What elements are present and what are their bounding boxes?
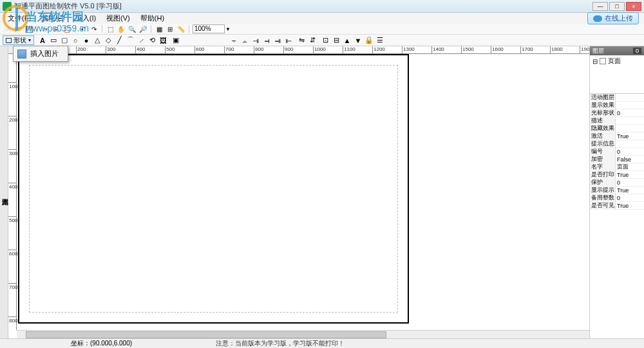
align-bottom[interactable]: ⫦ <box>284 36 293 45</box>
zoom-in-button[interactable]: 🔍 <box>128 24 137 33</box>
arc-tool[interactable]: ⌒ <box>126 36 135 45</box>
shape-dropdown[interactable]: 形状 ▾ <box>3 35 34 45</box>
tree-node-label: 页面 <box>608 57 621 66</box>
grid-button[interactable]: ▦ <box>155 24 164 33</box>
image-tool[interactable]: 🖼 <box>158 36 167 45</box>
property-value[interactable]: 0 <box>616 149 644 155</box>
app-icon <box>3 2 12 11</box>
zoom-out-button[interactable]: 🔎 <box>138 24 147 33</box>
menu-file[interactable]: 文件(F) <box>3 14 36 23</box>
minimize-button[interactable]: — <box>592 2 608 11</box>
ruler-tick: 400 <box>135 46 145 54</box>
property-value[interactable]: 0 <box>616 179 644 186</box>
property-grid[interactable]: 活动图层显示效果光标形状0描述隐藏效果激活True提示信息编号0加密False名… <box>590 94 644 338</box>
text-tool[interactable]: A <box>38 36 47 45</box>
warning-text: 注意：当前版本为学习版，学习版不能打印！ <box>145 339 345 348</box>
cloud-icon <box>593 15 602 22</box>
open-button[interactable]: 📂 <box>14 24 23 33</box>
ruler-tick: 600 <box>194 46 204 54</box>
cloud-upload-button[interactable]: 在线上传 <box>587 12 639 24</box>
zoom-input[interactable] <box>193 25 224 32</box>
shape-label: 形状 <box>14 36 26 45</box>
page[interactable] <box>18 54 409 324</box>
align-center[interactable]: ⫠ <box>240 36 249 45</box>
flip-h[interactable]: ⇋ <box>297 36 306 45</box>
property-value[interactable]: True <box>616 172 644 178</box>
rotate-tool[interactable]: ⟲ <box>147 36 156 45</box>
insert-image-item[interactable]: 插入图片 <box>15 48 66 60</box>
window-title: 智通平面图绘制软件 V5.0 [学习版] <box>14 1 592 11</box>
diamond-tool[interactable]: ◇ <box>104 36 113 45</box>
bring-front[interactable]: ▲ <box>343 36 352 45</box>
vertical-ruler: 100200300400500600700800 <box>8 54 17 330</box>
horizontal-ruler: 0100200300400500600700800900100011001200… <box>17 46 589 54</box>
ruler-tick: 1300 <box>402 46 415 54</box>
save-button[interactable]: 💾 <box>24 24 33 33</box>
title-bar: 智通平面图绘制软件 V5.0 [学习版] — □ × <box>0 0 644 13</box>
coordinates: 坐标：(90.000,6.000) <box>0 339 145 348</box>
ruler-tick: 100 <box>8 82 17 89</box>
align-middle[interactable]: ⫥ <box>273 36 282 45</box>
triangle-tool[interactable]: △ <box>93 36 102 45</box>
chevron-down-icon[interactable]: ▼ <box>225 26 231 32</box>
layer-button[interactable]: ☰ <box>375 36 384 45</box>
property-value[interactable]: 0 <box>616 110 644 116</box>
fill-tool[interactable]: ▣ <box>171 36 180 45</box>
menu-insert[interactable]: 插入(I) <box>70 14 101 23</box>
ruler-tick: 1100 <box>343 46 355 54</box>
rounded-rect-tool[interactable]: ▢ <box>60 36 69 45</box>
property-value[interactable]: 页面 <box>616 163 644 171</box>
ruler-tick: 1700 <box>520 46 533 54</box>
property-row[interactable]: 是否可见True <box>590 202 644 210</box>
property-value[interactable]: True <box>616 187 644 194</box>
ruler-button[interactable]: 📏 <box>176 24 185 33</box>
ruler-tick: 1900 <box>580 46 589 54</box>
polyline-tool[interactable]: ⟋ <box>137 36 146 45</box>
drawing-surface[interactable] <box>17 54 589 330</box>
ungroup-button[interactable]: ⊟ <box>332 36 341 45</box>
menu-edit[interactable]: 编辑(E) <box>36 14 70 23</box>
select-button[interactable]: ⬚ <box>106 24 115 33</box>
new-button[interactable]: 📄 <box>3 24 12 33</box>
redo-button[interactable]: ↷ <box>90 24 99 33</box>
property-value[interactable]: True <box>616 133 644 140</box>
copy-button[interactable]: ⎘ <box>52 24 61 33</box>
ruler-tick: 1400 <box>431 46 444 54</box>
expand-icon[interactable]: ⊟ <box>592 58 598 65</box>
cut-button[interactable]: ✂ <box>41 24 50 33</box>
align-right[interactable]: ⫣ <box>251 36 260 45</box>
property-value[interactable]: True <box>616 203 644 209</box>
drawing-toolbar: 形状 ▾ A ▭ ▢ ○ ● △ ◇ ╱ ⌒ ⟋ ⟲ 🖼 ▣ ⫟ ⫠ ⫣ ⫤ ⫥… <box>0 35 644 46</box>
property-value[interactable]: 0 <box>616 195 644 201</box>
property-value[interactable]: False <box>616 156 644 163</box>
menu-bar: 文件(F) 编辑(E) 插入(I) 视图(V) 帮助(H) 在线上传 <box>0 13 644 24</box>
image-icon <box>17 50 26 59</box>
flip-v[interactable]: ⇵ <box>308 36 317 45</box>
pan-button[interactable]: ✋ <box>117 24 126 33</box>
ruler-tick: 1600 <box>491 46 504 54</box>
layer-tree[interactable]: ⊟ 页面 <box>590 55 644 94</box>
close-button[interactable]: × <box>626 2 641 11</box>
side-tab[interactable]: 图库浏览 <box>0 46 8 338</box>
align-left[interactable]: ⫟ <box>229 36 238 45</box>
circle-tool[interactable]: ● <box>82 36 91 45</box>
ruler-tick: 800 <box>254 46 263 54</box>
send-back[interactable]: ▼ <box>354 36 363 45</box>
line-tool[interactable]: ╱ <box>115 36 124 45</box>
ruler-tick: 400 <box>8 183 17 190</box>
zoom-select[interactable] <box>193 24 225 33</box>
menu-help[interactable]: 帮助(H) <box>135 14 169 23</box>
group-button[interactable]: ⊡ <box>321 36 330 45</box>
lock-button[interactable]: 🔒 <box>365 36 374 45</box>
ellipse-tool[interactable]: ○ <box>71 36 80 45</box>
horizontal-scrollbar[interactable] <box>17 330 589 338</box>
paste-button[interactable]: 📋 <box>62 24 71 33</box>
tree-node-page[interactable]: ⊟ 页面 <box>592 57 641 66</box>
scroll-thumb[interactable] <box>26 331 386 338</box>
align-top[interactable]: ⫤ <box>262 36 271 45</box>
snap-button[interactable]: ⊞ <box>166 24 175 33</box>
menu-view[interactable]: 视图(V) <box>101 14 135 23</box>
maximize-button[interactable]: □ <box>609 2 625 11</box>
undo-button[interactable]: ↶ <box>79 24 88 33</box>
rect-tool[interactable]: ▭ <box>49 36 58 45</box>
